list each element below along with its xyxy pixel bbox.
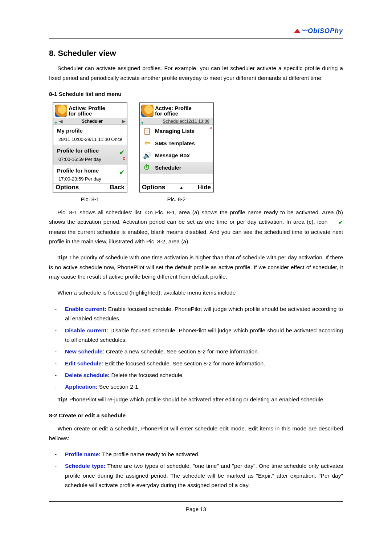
app-icon <box>55 105 67 117</box>
section-intro: Scheduler can activate assigned profiles… <box>49 64 343 83</box>
list-item[interactable]: Profile for home 17:00-23:59 Per day ✔ <box>53 165 127 183</box>
scheduled-time: Scheduled:12/11 13:00 <box>163 118 212 125</box>
signal-icon: ▾ <box>55 119 59 123</box>
phone1-tab-label: Scheduler <box>62 118 122 125</box>
menu-label: SMS Templates <box>155 139 195 148</box>
menu-label: Scheduler <box>155 163 181 173</box>
item-title: Profile for home <box>57 166 124 175</box>
edit-desc-item: Profile name: The profile name ready to … <box>49 450 343 459</box>
menu-item[interactable]: ⏱ Scheduler <box>140 162 213 174</box>
brand-triangle-icon <box>294 29 301 33</box>
phone2-titlebar: Active: Profile for office <box>140 103 213 118</box>
item-detail: 28/11 10:00-28/11 11:30 Once <box>58 135 124 143</box>
list-item[interactable]: My profile 28/11 10:00-28/11 11:30 Once <box>53 125 127 145</box>
menu-label: Message Box <box>155 151 190 160</box>
softkey-left[interactable]: Options <box>142 182 165 193</box>
item-detail: 07:00-16:59 Per day <box>58 155 124 163</box>
header-rule <box>49 38 343 39</box>
menu-items-list-81: Enable current: Enable focused schedule.… <box>49 304 343 392</box>
brand-logo: 〰 ObiSOPhy <box>294 25 343 37</box>
caption-row: Pic. 8-1 Pic. 8-2 <box>53 195 343 204</box>
scheduler-icon: ⏱ <box>142 163 152 172</box>
phone1-active-line2: for office <box>69 111 105 117</box>
brand-wave-icon: 〰 <box>302 25 307 37</box>
item-detail: 17:00-23:59 Per day <box>58 175 124 183</box>
nav-right-icon: ▶ <box>122 118 125 125</box>
edit-items-list-82: Profile name: The profile name ready to … <box>49 450 343 490</box>
caption-82: Pic. 8-2 <box>139 195 214 204</box>
subhead-81: 8-1 Schedule list and menu <box>49 89 343 99</box>
nav-left-icon: ◀ <box>59 118 62 125</box>
phone1-active-line1: Active: Profile <box>69 105 105 111</box>
edit-desc-item: Schedule type: There are two types of sc… <box>49 461 343 490</box>
message-box-icon: 🔊 <box>142 151 152 160</box>
section-title: 8. Scheduler view <box>49 46 343 60</box>
menu-desc-item: Application: See section 2-1. <box>49 382 343 392</box>
softkey-mid-icon[interactable]: ▲ <box>179 184 184 192</box>
para-81-tip2: Tip! PhonePilot will re-judge which prof… <box>49 395 343 404</box>
subhead-82: 8-2 Create or edit a schedule <box>49 411 343 420</box>
managing-lists-icon: 📋 <box>142 127 152 135</box>
brand-text: ObiSOPhy <box>308 25 343 37</box>
menu-desc-item: Delete schedule: Delete the focused sche… <box>49 370 343 380</box>
phone2-menu: 📋 Managing Lists ⇦ SMS Templates 🔊 Messa… <box>140 125 213 183</box>
phone2-softkeys: Options ▲ Hide <box>140 183 213 192</box>
para-81-1: Pic. 8-1 shows all schedules' list. On P… <box>49 208 343 247</box>
menu-label: Managing Lists <box>155 126 195 136</box>
screenshot-81: Active: Profile for office ▾ ◀ Scheduler… <box>53 102 127 193</box>
menu-desc-item: Edit schedule: Edit the focused schedule… <box>49 359 343 368</box>
para-81-2: When a schedule is focused (highlighted)… <box>49 288 343 297</box>
item-title: Profile for office <box>57 146 124 155</box>
softkey-right[interactable]: Back <box>110 182 124 193</box>
app-icon <box>141 105 154 117</box>
annotation-a: a <box>210 124 212 132</box>
phone2-schedbar: ▾ Scheduled:12/11 13:00 a <box>140 118 213 125</box>
softkey-left[interactable]: Options <box>56 182 79 193</box>
phone2-active-line1: Active: Profile <box>155 105 192 111</box>
page-number: Page 13 <box>49 505 343 514</box>
para-81-tip1: Tip! The priority of schedule with one t… <box>49 253 343 281</box>
menu-item[interactable]: 🔊 Message Box <box>140 149 213 162</box>
figure-row: Active: Profile for office ▾ ◀ Scheduler… <box>53 102 343 193</box>
menu-item[interactable]: 📋 Managing Lists <box>140 125 213 137</box>
footer-rule <box>49 501 343 502</box>
caption-81: Pic. 8-1 <box>53 195 127 204</box>
menu-desc-item: Disable current: Disable focused schedul… <box>49 326 343 345</box>
phone1-list: My profile 28/11 10:00-28/11 11:30 Once … <box>53 125 127 183</box>
screenshot-82: Active: Profile for office ▾ Scheduled:1… <box>139 102 214 193</box>
menu-desc-item: Enable current: Enable focused schedule.… <box>49 304 343 324</box>
list-item[interactable]: a b c Profile for office 07:00-16:59 Per… <box>53 145 127 165</box>
item-title: My profile <box>57 126 124 135</box>
check-icon: ✔ <box>119 167 124 178</box>
menu-item[interactable]: ⇦ SMS Templates <box>140 137 213 150</box>
softkey-right[interactable]: Hide <box>197 182 211 193</box>
phone1-softkeys: Options Back <box>53 183 127 192</box>
phone1-titlebar: Active: Profile for office <box>53 103 127 118</box>
para-82-intro: When create or edit a schedule, PhonePil… <box>49 424 343 443</box>
sms-templates-icon: ⇦ <box>142 139 152 148</box>
phone2-active-line2: for office <box>155 111 192 117</box>
page-header: 〰 ObiSOPhy <box>49 29 343 36</box>
check-icon: ✔ <box>330 218 343 227</box>
menu-desc-item: New schedule: Create a new schedule. See… <box>49 347 343 356</box>
check-icon: ✔ <box>119 147 124 158</box>
phone1-tabbar: ▾ ◀ Scheduler ▶ <box>53 118 127 125</box>
signal-icon: ▾ <box>141 119 146 123</box>
